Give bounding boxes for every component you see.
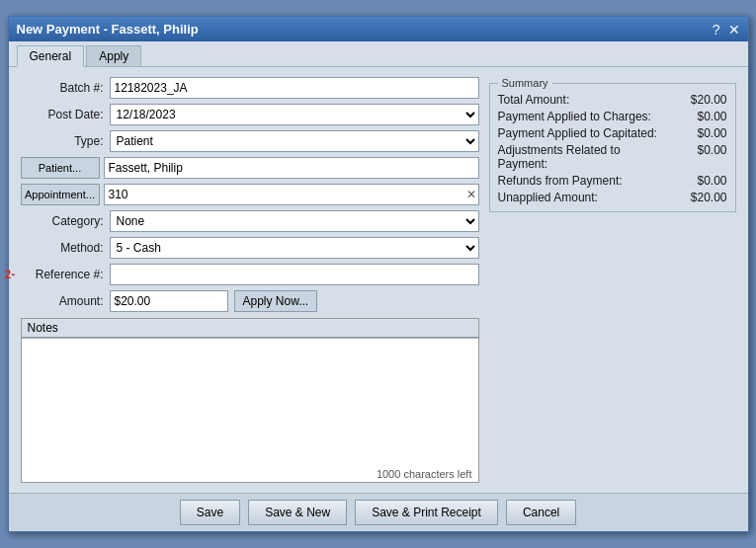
batch-row: Batch #:	[21, 77, 479, 99]
category-row: Category: None	[21, 210, 479, 232]
title-bar: New Payment - Fassett, Philip ? ✕	[9, 17, 748, 41]
dialog-title: New Payment - Fassett, Philip	[17, 22, 199, 37]
summary-value-1: $0.00	[668, 110, 727, 123]
summary-row-1: Payment Applied to Charges: $0.00	[498, 110, 727, 123]
category-label: Category:	[21, 214, 110, 228]
reference-input[interactable]	[110, 264, 479, 285]
category-select[interactable]: None	[110, 210, 479, 232]
right-panel: Summary Total Amount: $20.00 Payment App…	[489, 77, 736, 483]
summary-label-5: Unapplied Amount:	[498, 191, 598, 204]
batch-input[interactable]	[110, 77, 479, 99]
post-date-label: Post Date:	[21, 108, 110, 121]
patient-button[interactable]: Patient...	[21, 157, 100, 179]
method-row: Method: 5 - Cash	[21, 237, 479, 259]
close-button[interactable]: ✕	[728, 23, 740, 37]
notes-section: Notes 1000 characters left	[21, 318, 479, 483]
method-select[interactable]: 5 - Cash	[110, 237, 479, 259]
notes-legend: Notes	[28, 321, 58, 335]
reference-row: 2- Reference #:	[21, 264, 479, 285]
title-bar-actions: ? ✕	[713, 23, 740, 37]
appointment-input[interactable]	[104, 184, 479, 205]
batch-label: Batch #:	[21, 81, 110, 95]
apply-now-button[interactable]: Apply Now...	[234, 290, 318, 312]
summary-row-0: Total Amount: $20.00	[498, 93, 727, 107]
tabs: General Apply	[9, 41, 748, 67]
tab-apply[interactable]: Apply	[86, 45, 141, 66]
help-button[interactable]: ?	[713, 23, 720, 37]
main-area: Batch #: Post Date: 12/18/2023 Type: Pat…	[21, 77, 736, 483]
amount-input[interactable]	[110, 290, 228, 312]
cancel-button[interactable]: Cancel	[506, 500, 576, 525]
summary-fieldset: Summary Total Amount: $20.00 Payment App…	[489, 77, 736, 212]
reference-label: Reference #:	[21, 268, 110, 281]
method-label: Method:	[21, 241, 110, 255]
save-print-button[interactable]: Save & Print Receipt	[355, 500, 498, 525]
appointment-row: Appointment... ✕	[21, 184, 479, 205]
type-label: Type:	[21, 134, 110, 148]
summary-label-1: Payment Applied to Charges:	[498, 110, 651, 123]
notes-counter: 1000 characters left	[22, 466, 478, 482]
patient-input[interactable]	[104, 157, 479, 179]
summary-row-3: Adjustments Related to Payment: $0.00	[498, 143, 727, 171]
post-date-row: Post Date: 12/18/2023	[21, 104, 479, 125]
amount-row: Amount: Apply Now...	[21, 290, 479, 312]
summary-label-3: Adjustments Related to Payment:	[498, 143, 668, 171]
appointment-button[interactable]: Appointment...	[21, 184, 100, 205]
type-row: Type: Patient	[21, 130, 479, 152]
notes-textarea[interactable]	[22, 338, 478, 466]
summary-label-2: Payment Applied to Capitated:	[498, 126, 657, 140]
summary-label-4: Refunds from Payment:	[498, 174, 623, 188]
summary-row-5: Unapplied Amount: $20.00	[498, 191, 727, 204]
patient-row: Patient...	[21, 157, 479, 179]
summary-row-4: Refunds from Payment: $0.00	[498, 174, 727, 188]
summary-row-2: Payment Applied to Capitated: $0.00	[498, 126, 727, 140]
summary-value-4: $0.00	[668, 174, 727, 188]
save-new-button[interactable]: Save & New	[248, 500, 347, 525]
appointment-field-wrap: ✕	[104, 184, 479, 205]
appointment-clear-icon[interactable]: ✕	[466, 188, 476, 201]
tab-general[interactable]: General	[17, 45, 85, 67]
summary-value-2: $0.00	[668, 126, 727, 140]
type-select[interactable]: Patient	[110, 130, 479, 152]
save-button[interactable]: Save	[180, 500, 240, 525]
left-panel: Batch #: Post Date: 12/18/2023 Type: Pat…	[21, 77, 479, 483]
footer: Save Save & New Save & Print Receipt Can…	[9, 493, 748, 531]
summary-label-0: Total Amount:	[498, 93, 570, 107]
amount-label: Amount:	[21, 294, 110, 308]
summary-value-0: $20.00	[668, 93, 727, 107]
dialog: New Payment - Fassett, Philip ? ✕ Genera…	[8, 16, 749, 532]
content: Batch #: Post Date: 12/18/2023 Type: Pat…	[9, 67, 748, 493]
summary-legend: Summary	[498, 77, 552, 89]
post-date-select[interactable]: 12/18/2023	[110, 104, 479, 125]
summary-value-5: $20.00	[668, 191, 727, 204]
section-marker: 2-	[5, 268, 16, 281]
notes-header: Notes	[22, 319, 478, 338]
summary-value-3: $0.00	[668, 143, 727, 171]
